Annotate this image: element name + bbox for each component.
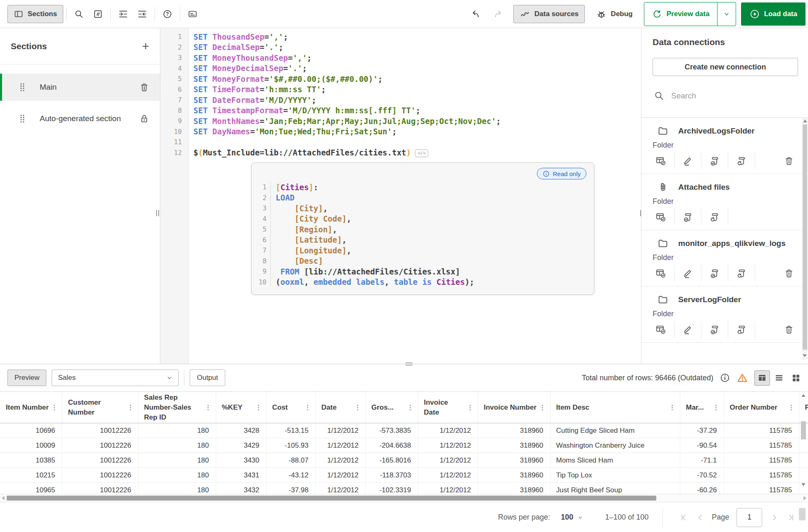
preview-data-dropdown-button[interactable]	[717, 2, 736, 26]
column-header[interactable]: Mar...⋮	[680, 392, 724, 423]
column-menu-icon[interactable]: ⋮	[254, 403, 264, 413]
connection-action-delete[interactable]	[781, 324, 797, 335]
warning-icon[interactable]	[736, 372, 748, 384]
hscrollbar-thumb[interactable]	[7, 496, 656, 501]
table-scroll-down-arrow[interactable]	[801, 483, 806, 486]
connection-action-reload-script[interactable]	[733, 155, 750, 167]
connection-item-monitor-apps-qlikview-logs[interactable]: monitor_apps_qlikview_logsFolder	[653, 230, 802, 286]
connection-action-reload-script[interactable]	[733, 267, 750, 279]
column-header[interactable]: Order Number⋮	[724, 392, 799, 423]
code-line-text[interactable]: [Desc]	[271, 256, 323, 265]
rows-per-page-select[interactable]: 100	[561, 513, 584, 522]
table-select[interactable]: Sales	[52, 370, 179, 386]
connection-action-load-script[interactable]	[679, 211, 696, 223]
scroll-down-arrow[interactable]	[803, 354, 807, 357]
connections-search[interactable]: Search	[653, 90, 696, 101]
connection-action-load-script[interactable]	[706, 324, 723, 335]
scroll-right-arrow[interactable]	[803, 496, 806, 500]
help-button[interactable]: ?	[158, 5, 177, 23]
column-header[interactable]: Cost⋮	[266, 392, 315, 423]
indent-button[interactable]	[114, 5, 133, 23]
annotation-button[interactable]	[183, 5, 202, 23]
scrollbar-thumb[interactable]	[803, 124, 807, 350]
grid-view-button[interactable]	[788, 370, 804, 386]
sidebar-item-auto-generated-section[interactable]: Auto-generated section	[0, 105, 160, 132]
code-line-text[interactable]: SET MoneyDecimalSep='.';	[188, 64, 307, 73]
table-view-button[interactable]	[754, 370, 770, 386]
outdent-button[interactable]	[133, 5, 152, 23]
expand-include-button[interactable]: </>	[415, 149, 428, 157]
preview-tab-button[interactable]: Preview	[7, 370, 46, 386]
column-menu-icon[interactable]: ⋮	[465, 403, 475, 413]
connection-action-select-data[interactable]	[653, 211, 669, 223]
output-tab-button[interactable]: Output	[190, 370, 225, 386]
preview-data-button[interactable]: Preview data	[644, 2, 717, 26]
connection-action-select-data[interactable]	[653, 324, 669, 335]
column-menu-icon[interactable]: ⋮	[787, 403, 796, 413]
connection-action-edit[interactable]	[679, 267, 696, 279]
code-line-text[interactable]: SET MoneyFormat='$#,##0.00;($#,##0.00)';	[188, 74, 383, 83]
code-line-text[interactable]: $(Must_Include=lib://AttachedFiles/citie…	[188, 148, 428, 157]
first-page-button[interactable]	[679, 511, 691, 524]
column-menu-icon[interactable]: ⋮	[538, 403, 548, 413]
code-line-text[interactable]: [Cities]:	[271, 183, 318, 192]
code-line-text[interactable]: SET DayNames='Mon;Tue;Wed;Thu;Fri;Sat;Su…	[188, 127, 397, 136]
column-header[interactable]: Gros...⋮	[365, 392, 418, 423]
scroll-up-arrow[interactable]	[803, 119, 807, 122]
lock-icon[interactable]	[138, 113, 150, 124]
scroll-left-arrow[interactable]	[2, 496, 5, 500]
code-line-text[interactable]: [Latitude],	[271, 235, 347, 244]
column-header[interactable]: Item Number⋮	[0, 392, 62, 423]
column-menu-icon[interactable]: ⋮	[203, 403, 213, 413]
connection-action-reload-script[interactable]	[706, 211, 723, 223]
list-view-button[interactable]	[771, 370, 787, 386]
column-menu-icon[interactable]: ⋮	[405, 403, 415, 413]
redo-button[interactable]	[489, 5, 508, 23]
column-header[interactable]: Invoice Number⋮	[478, 392, 550, 423]
column-header[interactable]: Date⋮	[315, 392, 365, 423]
connection-item-archivedlogsfolder[interactable]: ArchivedLogsFolderFolder	[653, 118, 802, 174]
table-vscrollbar-thumb[interactable]	[801, 421, 806, 439]
connection-action-load-script[interactable]	[706, 155, 723, 167]
drag-handle-icon[interactable]	[17, 82, 27, 92]
trash-icon[interactable]	[138, 81, 150, 93]
code-line-text[interactable]: LOAD	[271, 193, 295, 202]
connection-action-edit[interactable]	[679, 324, 696, 335]
column-header[interactable]: Item Desc⋮	[550, 392, 680, 423]
previous-page-button[interactable]	[694, 511, 707, 524]
code-line-text[interactable]: SET ThousandSep=',';	[188, 32, 288, 41]
connection-item-attached-files[interactable]: Attached filesFolder	[653, 174, 802, 230]
search-button[interactable]	[69, 5, 88, 23]
column-header[interactable]: Invoice Date⋮	[418, 392, 478, 423]
column-menu-icon[interactable]: ⋮	[353, 403, 363, 413]
next-page-button[interactable]	[768, 511, 780, 524]
table-hscrollbar[interactable]	[0, 494, 808, 502]
sidebar-item-main[interactable]: Main	[0, 74, 160, 101]
debug-button[interactable]: Debug	[590, 5, 639, 23]
column-menu-icon[interactable]: ⋮	[711, 403, 721, 413]
column-menu-icon[interactable]: ⋮	[50, 403, 60, 413]
connection-action-edit[interactable]	[679, 155, 696, 167]
code-line-text[interactable]: [Longitude],	[271, 246, 351, 255]
code-line-text[interactable]: [City Code],	[271, 214, 351, 223]
column-menu-icon[interactable]: ⋮	[126, 403, 136, 413]
connection-action-select-data[interactable]	[653, 267, 669, 279]
page-number-input[interactable]: 1	[736, 508, 762, 527]
info-icon[interactable]	[720, 372, 730, 383]
column-header[interactable]: Sales Rep Number-Sales Rep ID⋮	[138, 392, 216, 423]
connection-action-delete[interactable]	[781, 155, 797, 167]
column-header[interactable]: %KEY⋮	[216, 392, 266, 423]
connection-action-delete[interactable]	[781, 267, 797, 279]
code-line-text[interactable]: [City],	[271, 204, 328, 213]
connection-action-select-data[interactable]	[653, 155, 669, 167]
data-sources-button[interactable]: Data sources	[513, 5, 585, 23]
code-line-text[interactable]: SET MoneyThousandSep=',';	[188, 53, 312, 62]
code-line-text[interactable]: FROM [lib://AttachedFiles/Cities.xlsx]	[271, 267, 460, 276]
sections-toggle-button[interactable]: Sections	[7, 5, 63, 23]
connection-item-serverlogfolder[interactable]: ServerLogFolderFolder	[653, 286, 802, 343]
add-section-button[interactable]: +	[142, 40, 149, 52]
comment-button[interactable]	[88, 5, 107, 23]
column-menu-icon[interactable]: ⋮	[667, 403, 677, 413]
load-data-button[interactable]: Load data	[741, 2, 806, 26]
column-menu-icon[interactable]: ⋮	[303, 403, 313, 413]
